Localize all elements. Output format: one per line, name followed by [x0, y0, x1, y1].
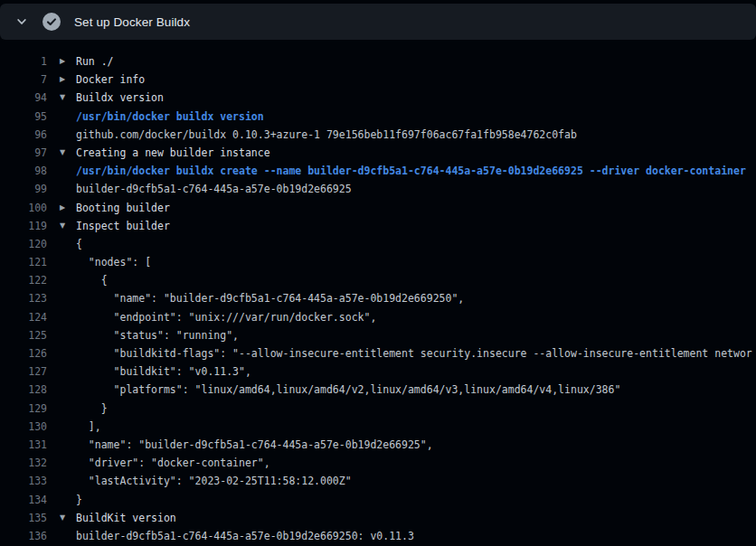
arrow-spacer	[47, 326, 76, 344]
log-line: 96github.com/docker/buildx 0.10.3+azure-…	[0, 126, 756, 144]
step-header[interactable]: Set up Docker Buildx	[0, 4, 756, 40]
line-number[interactable]: 127	[0, 362, 47, 381]
arrow-spacer	[47, 271, 76, 289]
triangle-right-icon[interactable]: ▶	[47, 52, 76, 71]
output-text: builder-d9cfb5a1-c764-445a-a57e-0b19d2e6…	[76, 527, 414, 545]
log-line: 94▼Buildx version	[0, 89, 756, 107]
line-number[interactable]: 94	[0, 89, 47, 107]
arrow-spacer	[47, 308, 76, 326]
output-text: github.com/docker/buildx 0.10.3+azure-1 …	[76, 126, 577, 144]
triangle-right-icon[interactable]: ▶	[47, 71, 76, 89]
arrow-spacer	[47, 344, 76, 362]
group-title[interactable]: Run ./	[76, 52, 114, 71]
line-number[interactable]: 1	[0, 52, 47, 71]
arrow-spacer	[47, 527, 76, 545]
output-text: }	[76, 491, 82, 509]
arrow-spacer	[47, 180, 76, 198]
line-number[interactable]: 99	[0, 180, 47, 198]
output-text: "buildkitd-flags": "--allow-insecure-ent…	[76, 344, 752, 362]
arrow-spacer	[47, 162, 76, 180]
line-number[interactable]: 95	[0, 108, 47, 126]
line-number[interactable]: 126	[0, 344, 47, 362]
log-line: 131 "name": "builder-d9cfb5a1-c764-445a-…	[0, 436, 756, 454]
log-line: 126 "buildkitd-flags": "--allow-insecure…	[0, 344, 756, 362]
arrow-spacer	[47, 235, 76, 253]
line-number[interactable]: 128	[0, 381, 47, 399]
arrow-spacer	[47, 362, 76, 381]
check-circle-icon	[43, 13, 61, 31]
output-text: "driver": "docker-container",	[76, 454, 270, 472]
line-number[interactable]: 132	[0, 454, 47, 472]
line-number[interactable]: 96	[0, 126, 47, 144]
triangle-down-icon[interactable]: ▼	[47, 509, 76, 527]
output-text: {	[76, 271, 108, 289]
log-line: 134}	[0, 491, 756, 509]
group-title[interactable]: Creating a new builder instance	[76, 144, 270, 162]
log-line: 7▶Docker info	[0, 71, 756, 89]
line-number[interactable]: 133	[0, 472, 47, 490]
line-number[interactable]: 120	[0, 235, 47, 253]
log-line: 119▼Inspect builder	[0, 217, 756, 235]
output-text: "platforms": "linux/amd64,linux/amd64/v2…	[76, 381, 620, 399]
line-number[interactable]: 136	[0, 527, 47, 545]
arrow-spacer	[47, 418, 76, 436]
output-text: "status": "running",	[76, 326, 239, 344]
line-number[interactable]: 129	[0, 400, 47, 418]
log-line: 125 "status": "running",	[0, 326, 756, 344]
line-number[interactable]: 134	[0, 491, 47, 509]
triangle-down-icon[interactable]: ▼	[47, 144, 76, 162]
step-title: Set up Docker Buildx	[74, 15, 190, 29]
line-number[interactable]: 119	[0, 217, 47, 235]
group-title[interactable]: Booting builder	[76, 199, 170, 217]
arrow-spacer	[47, 381, 76, 399]
output-text: "name": "builder-d9cfb5a1-c764-445a-a57e…	[76, 436, 433, 454]
log-line: 128 "platforms": "linux/amd64,linux/amd6…	[0, 381, 756, 399]
group-title[interactable]: Docker info	[76, 71, 145, 89]
line-number[interactable]: 125	[0, 326, 47, 344]
log-line: 1▶Run ./	[0, 52, 756, 71]
group-title[interactable]: Buildx version	[76, 89, 164, 107]
line-number[interactable]: 123	[0, 289, 47, 307]
output-text: "name": "builder-d9cfb5a1-c764-445a-a57e…	[76, 289, 464, 307]
command-text: /usr/bin/docker buildx version	[76, 108, 264, 126]
log-line: 136builder-d9cfb5a1-c764-445a-a57e-0b19d…	[0, 527, 756, 545]
triangle-down-icon[interactable]: ▼	[47, 89, 76, 107]
arrow-spacer	[47, 400, 76, 418]
log-lines: 1▶Run ./7▶Docker info94▼Buildx version95…	[0, 40, 756, 545]
line-number[interactable]: 97	[0, 144, 47, 162]
line-number[interactable]: 130	[0, 418, 47, 436]
line-number[interactable]: 100	[0, 199, 47, 217]
group-title[interactable]: Inspect builder	[76, 217, 170, 235]
triangle-right-icon[interactable]: ▶	[47, 199, 76, 217]
log-line: 133 "lastActivity": "2023-02-25T11:58:12…	[0, 472, 756, 490]
arrow-spacer	[47, 126, 76, 144]
arrow-spacer	[47, 491, 76, 509]
line-number[interactable]: 124	[0, 308, 47, 326]
triangle-down-icon[interactable]: ▼	[47, 217, 76, 235]
line-number[interactable]: 7	[0, 71, 47, 89]
arrow-spacer	[47, 472, 76, 490]
log-line: 98/usr/bin/docker buildx create --name b…	[0, 162, 756, 180]
log-line: 124 "endpoint": "unix:///var/run/docker.…	[0, 308, 756, 326]
log-line: 99builder-d9cfb5a1-c764-445a-a57e-0b19d2…	[0, 180, 756, 198]
line-number[interactable]: 122	[0, 271, 47, 289]
log-line: 130 ],	[0, 418, 756, 436]
output-text: "lastActivity": "2023-02-25T11:58:12.000…	[76, 472, 352, 490]
output-text: "buildkit": "v0.11.3",	[76, 362, 251, 381]
log-line: 121 "nodes": [	[0, 253, 756, 271]
line-number[interactable]: 135	[0, 509, 47, 527]
log-line: 135▼BuildKit version	[0, 509, 756, 527]
output-text: {	[76, 235, 82, 253]
line-number[interactable]: 98	[0, 162, 47, 180]
arrow-spacer	[47, 108, 76, 126]
arrow-spacer	[47, 289, 76, 307]
line-number[interactable]: 121	[0, 253, 47, 271]
line-number[interactable]: 131	[0, 436, 47, 454]
group-title[interactable]: BuildKit version	[76, 509, 176, 527]
chevron-down-icon[interactable]	[14, 14, 29, 29]
log-line: 129 }	[0, 400, 756, 418]
log-line: 120{	[0, 235, 756, 253]
output-text: "endpoint": "unix:///var/run/docker.sock…	[76, 308, 376, 326]
output-text: }	[76, 400, 108, 418]
log-line: 127 "buildkit": "v0.11.3",	[0, 362, 756, 381]
